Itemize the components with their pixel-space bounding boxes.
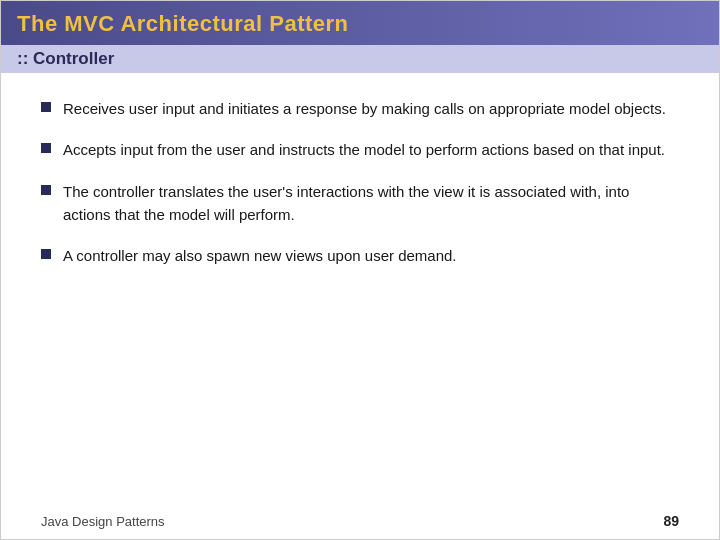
bullet-list: Receives user input and initiates a resp… [41, 97, 679, 267]
subtitle-bar: :: Controller [1, 45, 719, 73]
slide-content: Receives user input and initiates a resp… [1, 73, 719, 505]
bullet-item-1: Receives user input and initiates a resp… [41, 97, 679, 120]
bullet-text-4: A controller may also spawn new views up… [63, 244, 679, 267]
bullet-marker-1 [41, 102, 51, 112]
slide-title: The MVC Architectural Pattern [17, 11, 703, 37]
bullet-marker-4 [41, 249, 51, 259]
bullet-marker-2 [41, 143, 51, 153]
bullet-item-2: Accepts input from the user and instruct… [41, 138, 679, 161]
bullet-item-4: A controller may also spawn new views up… [41, 244, 679, 267]
footer-label: Java Design Patterns [41, 514, 165, 529]
bullet-text-1: Receives user input and initiates a resp… [63, 97, 679, 120]
bullet-item-3: The controller translates the user's int… [41, 180, 679, 227]
bullet-text-2: Accepts input from the user and instruct… [63, 138, 679, 161]
slide-header: The MVC Architectural Pattern [1, 1, 719, 45]
slide-footer: Java Design Patterns 89 [1, 505, 719, 539]
bullet-marker-3 [41, 185, 51, 195]
footer-page: 89 [663, 513, 679, 529]
slide-subtitle: :: Controller [17, 49, 703, 69]
slide-container: The MVC Architectural Pattern :: Control… [0, 0, 720, 540]
bullet-text-3: The controller translates the user's int… [63, 180, 679, 227]
